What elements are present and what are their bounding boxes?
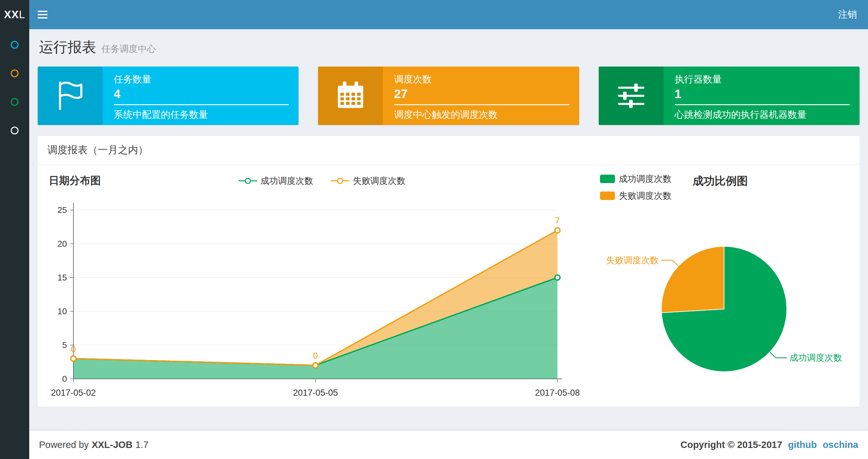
legend-item-fail[interactable]: 失败调度次数 [331,175,405,187]
svg-text:2017-05-05: 2017-05-05 [293,388,338,398]
info-box-flag: 任务数量4系统中配置的任务数量 [38,67,299,125]
pie-section: 成功调度次数失败调度次数 成功比例图 成功调度次数失败调度次数 [595,165,860,407]
calendar-icon [318,67,383,125]
circle-icon [11,127,19,134]
top-navbar: XXL 注销 [0,0,868,29]
info-box-value: 27 [394,87,569,101]
info-box-value: 1 [675,87,850,101]
line-chart-legend: 成功调度次数失败调度次数 [38,175,606,187]
logo-text-bold: XX [4,8,19,21]
svg-text:0: 0 [313,351,318,361]
svg-text:25: 25 [58,205,67,215]
info-box-row: 任务数量4系统中配置的任务数量调度次数27调度中心触发的调度次数执行器数量1心跳… [38,67,860,125]
svg-text:10: 10 [58,306,67,316]
line-marker-icon [239,177,257,185]
info-box-divider [675,104,850,105]
flag-icon [38,67,103,125]
version: 1.7 [135,439,149,450]
page-subtitle: 任务调度中心 [101,43,156,55]
info-box-desc: 心跳检测成功的执行器机器数量 [675,108,850,122]
sidebar-item-executor-manage[interactable] [0,116,29,145]
svg-text:2017-05-02: 2017-05-02 [51,388,96,398]
info-box-desc: 系统中配置的任务数量 [114,108,289,122]
svg-text:15: 15 [58,273,67,283]
svg-text:7: 7 [555,216,560,226]
svg-text:0: 0 [71,345,76,354]
circle-icon [11,98,19,106]
logout-link[interactable]: 注销 [827,0,868,29]
hamburger-icon [38,11,48,12]
svg-text:0: 0 [62,374,67,384]
legend-swatch-icon [600,175,615,183]
info-box-divider [394,104,569,105]
report-panel: 调度报表（一月之内） 日期分布图 成功调度次数失败调度次数 0510152025… [38,136,860,407]
sidebar-item-job-manage[interactable] [0,59,29,88]
brand-name: XXL-JOB [92,439,132,450]
sliders-icon [599,67,664,125]
oschina-link[interactable]: oschina [823,439,858,450]
content-header: 运行报表 任务调度中心 [29,29,868,57]
svg-text:成功调度次数: 成功调度次数 [789,353,842,363]
info-box-desc: 调度中心触发的调度次数 [394,108,569,122]
info-box-label: 任务数量 [114,73,289,86]
powered-by: Powered by XXL-JOB 1.7 [39,439,149,450]
date-distribution-chart: 05101520252017-05-022017-05-052017-05-08… [38,195,606,406]
info-box-label: 执行器数量 [675,73,850,86]
sidebar-item-job-log[interactable] [0,88,29,116]
svg-text:失败调度次数: 失败调度次数 [606,256,659,265]
panel-body: 日期分布图 成功调度次数失败调度次数 05101520252017-05-022… [38,165,860,407]
sidebar [0,29,29,459]
page-title: 运行报表 [39,38,96,57]
content-wrapper: 运行报表 任务调度中心 任务数量4系统中配置的任务数量调度次数27调度中心触发的… [29,29,868,430]
pie-legend-item-success[interactable]: 成功调度次数 [600,173,672,185]
logo-text: L [19,8,25,21]
svg-text:2017-05-08: 2017-05-08 [535,388,580,398]
sidebar-item-dashboard[interactable] [0,31,29,59]
panel-title: 调度报表（一月之内） [38,136,860,165]
copyright: Copyright © 2015-2017 [681,439,782,450]
github-link[interactable]: github [788,439,817,450]
pie-chart-title: 成功比例图 [692,174,748,189]
app-logo[interactable]: XXL [0,0,29,29]
info-box-sliders: 执行器数量1心跳检测成功的执行器机器数量 [599,67,860,125]
svg-text:5: 5 [62,340,67,350]
success-ratio-pie-chart: 成功调度次数失败调度次数 [595,191,860,398]
svg-text:20: 20 [58,239,67,249]
circle-icon [11,41,19,49]
sidebar-toggle-button[interactable] [29,0,56,29]
info-box-calendar: 调度次数27调度中心触发的调度次数 [318,67,579,125]
circle-icon [11,69,19,77]
footer: Powered by XXL-JOB 1.7 Copyright © 2015-… [29,430,868,459]
pie-slice-fail[interactable] [661,247,724,313]
info-box-value: 4 [114,87,289,101]
info-box-label: 调度次数 [394,73,569,86]
line-marker-icon [331,177,349,185]
legend-item-success[interactable]: 成功调度次数 [239,175,313,187]
info-box-divider [114,104,289,105]
